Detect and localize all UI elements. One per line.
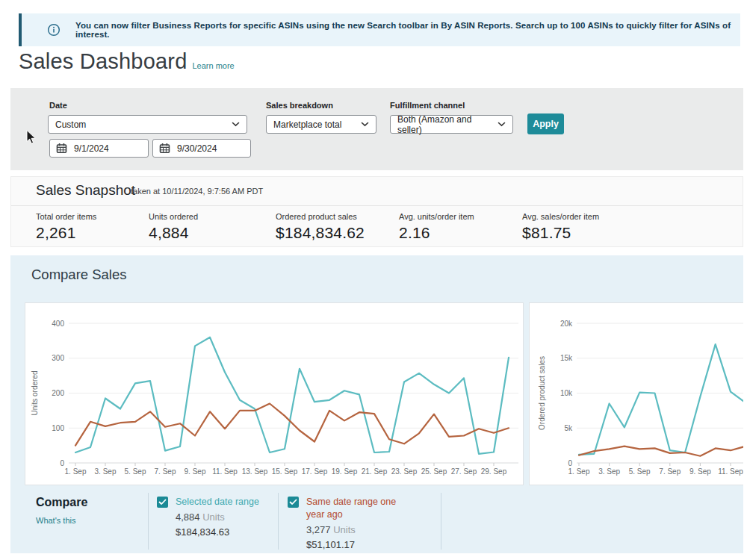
svg-text:1. Sep: 1. Sep [65, 467, 87, 476]
compare-sales-section: Compare Sales 01002003004001. Sep3. Sep5… [10, 255, 743, 553]
svg-text:0: 0 [60, 459, 64, 467]
stat-value: $81.75 [522, 224, 599, 242]
stat-total-order-items: Total order items 2,261 [36, 212, 96, 242]
sales-breakdown-select[interactable]: Marketplace total [266, 115, 376, 134]
chevron-down-icon [498, 122, 506, 127]
svg-text:5k: 5k [564, 424, 573, 432]
legend-item-selected-range: Selected date range 4,884 Units $184,834… [157, 496, 264, 538]
svg-text:11. Sep: 11. Sep [212, 467, 238, 476]
legend-units: 3,277 Units [306, 523, 411, 536]
apply-button[interactable]: Apply [527, 113, 564, 134]
units-ordered-chart[interactable]: 01002003004001. Sep3. Sep5. Sep7. Sep9. … [25, 302, 524, 485]
chevron-down-icon [361, 122, 369, 127]
page-title: Sales Dashboard [19, 49, 187, 74]
svg-text:7. Sep: 7. Sep [155, 467, 176, 476]
calendar-icon [56, 143, 67, 154]
stat-label: Avg. sales/order item [522, 212, 599, 221]
svg-text:15. Sep: 15. Sep [272, 467, 298, 476]
svg-text:Units ordered: Units ordered [31, 370, 39, 415]
date-range-select[interactable]: Custom [48, 115, 247, 134]
chevron-down-icon [232, 122, 240, 127]
filter-bar: Date Custom 9/1/2024 [10, 88, 743, 170]
svg-text:23. Sep: 23. Sep [391, 467, 418, 476]
svg-text:100: 100 [52, 424, 64, 432]
compare-sales-title: Compare Sales [31, 267, 127, 283]
svg-text:200: 200 [52, 389, 64, 397]
fulfillment-channel-select[interactable]: Both (Amazon and seller) [390, 115, 513, 134]
svg-text:9. Sep: 9. Sep [185, 467, 206, 476]
stat-avg-sales-order-item: Avg. sales/order item $81.75 [522, 212, 599, 242]
info-banner: You can now filter Business Reports for … [19, 13, 740, 46]
svg-text:3. Sep: 3. Sep [95, 467, 117, 476]
svg-text:0: 0 [568, 459, 572, 467]
svg-text:3. Sep: 3. Sep [598, 467, 620, 476]
compare-legend-block: Compare What's this [36, 496, 87, 526]
end-date-input[interactable]: 9/30/2024 [152, 139, 251, 158]
info-icon [47, 23, 61, 37]
svg-text:400: 400 [52, 320, 64, 328]
svg-text:29. Sep: 29. Sep [481, 467, 507, 476]
svg-text:300: 300 [52, 354, 64, 362]
snapshot-timestamp: taken at 10/11/2024, 9:7:56 AM PDT [131, 187, 263, 196]
stat-value: 2.16 [399, 224, 474, 242]
stat-value: 2,261 [36, 224, 96, 242]
ordered-product-sales-chart[interactable]: 05k10k15k20k1. Sep3. Sep5. Sep7. Sep9. S… [529, 302, 743, 485]
sales-snapshot-section: Sales Snapshot taken at 10/11/2024, 9:7:… [10, 176, 743, 247]
legend-item-prior-year: Same date range one year ago 3,277 Units… [288, 496, 411, 551]
date-label: Date [49, 101, 67, 110]
stat-value: 4,884 [149, 224, 198, 242]
svg-text:21. Sep: 21. Sep [362, 467, 388, 476]
selected-range-checkbox[interactable] [157, 497, 168, 508]
svg-text:17. Sep: 17. Sep [302, 467, 328, 476]
svg-text:7. Sep: 7. Sep [659, 467, 681, 476]
svg-text:5. Sep: 5. Sep [629, 467, 651, 476]
legend-units: 4,884 Units [176, 511, 264, 523]
stat-label: Ordered product sales [276, 212, 365, 221]
learn-more-link[interactable]: Learn more [192, 61, 234, 70]
svg-text:25. Sep: 25. Sep [421, 467, 447, 476]
stat-label: Units ordered [149, 212, 198, 221]
svg-text:10k: 10k [560, 389, 573, 397]
svg-text:27. Sep: 27. Sep [451, 467, 477, 476]
legend-title: Same date range one year ago [306, 496, 411, 521]
svg-text:15k: 15k [560, 354, 573, 362]
svg-text:11. Sep: 11. Sep [718, 467, 743, 476]
stat-avg-units-order-item: Avg. units/order item 2.16 [399, 212, 474, 242]
svg-text:13. Sep: 13. Sep [242, 467, 268, 476]
svg-text:Ordered product sales: Ordered product sales [538, 356, 546, 430]
svg-text:5. Sep: 5. Sep [125, 467, 146, 476]
legend-divider [278, 493, 279, 550]
banner-text: You can now filter Business Reports for … [75, 21, 740, 39]
prior-year-checkbox[interactable] [288, 497, 299, 508]
legend-divider [441, 493, 441, 550]
sales-breakdown-label: Sales breakdown [266, 101, 333, 110]
snapshot-title: Sales Snapshot [36, 182, 135, 199]
svg-text:1. Sep: 1. Sep [568, 467, 590, 476]
fulfillment-channel-label: Fulfillment channel [390, 101, 465, 110]
legend-divider [148, 493, 149, 550]
legend-sales: $184,834.63 [176, 526, 264, 538]
stat-label: Avg. units/order item [399, 212, 474, 221]
legend-sales: $51,101.17 [306, 538, 411, 551]
stat-label: Total order items [36, 212, 96, 221]
start-date-input[interactable]: 9/1/2024 [49, 139, 149, 158]
svg-text:19. Sep: 19. Sep [332, 467, 358, 476]
svg-text:20k: 20k [560, 320, 573, 328]
calendar-icon [159, 143, 170, 154]
svg-text:9. Sep: 9. Sep [689, 467, 711, 476]
stat-value: $184,834.62 [276, 224, 365, 242]
stat-units-ordered: Units ordered 4,884 [149, 212, 198, 242]
whats-this-link[interactable]: What's this [36, 516, 75, 525]
legend-title: Selected date range [176, 496, 264, 508]
stat-ordered-product-sales: Ordered product sales $184,834.62 [276, 212, 365, 242]
compare-legend-title: Compare [36, 496, 87, 509]
